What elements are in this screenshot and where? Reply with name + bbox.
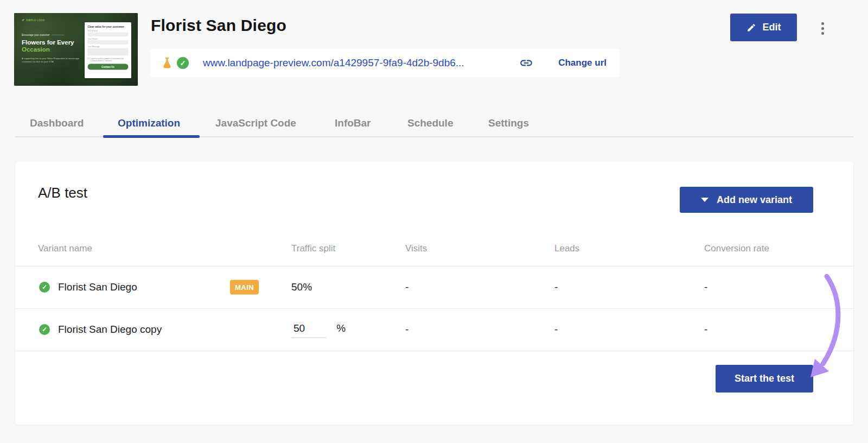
tab-optimization[interactable]: Optimization [118, 117, 180, 129]
thumbnail-email-input [88, 33, 129, 37]
tab-settings[interactable]: Settings [488, 117, 529, 129]
active-tab-indicator [103, 135, 200, 138]
column-header-traffic-split: Traffic split [291, 243, 335, 254]
visits-value: - [405, 281, 409, 293]
leaf-icon [22, 18, 25, 22]
column-header-conversion-rate: Conversion rate [704, 243, 769, 254]
thumbnail-field-label-phone: Your Phone [88, 38, 129, 40]
thumbnail-logo-text: SIMPLE LOGO [26, 18, 45, 21]
landing-page-thumbnail[interactable]: SIMPLE LOGO Encourage your customer Flow… [14, 13, 138, 86]
ab-test-title: A/B test [38, 185, 87, 201]
tab-javascript-code[interactable]: JavaScript Code [215, 117, 296, 129]
add-new-variant-label: Add new variant [717, 194, 792, 206]
conversion-rate-value: - [704, 281, 707, 293]
thumbnail-contact-us-button: Contact Us [88, 64, 129, 70]
thumbnail-field-label-message: Your Message [88, 46, 129, 48]
ab-test-card: A/B test Add new variant Variant name Tr… [15, 162, 853, 425]
conversion-rate-value: - [704, 324, 707, 336]
thumbnail-consent-text: I agree to receive commercial informatio… [91, 58, 129, 62]
thumbnail-headline-1: Flowers for Every [22, 39, 74, 46]
visits-value: - [405, 324, 409, 336]
thumbnail-logo: SIMPLE LOGO [22, 18, 45, 22]
variant-name-cell: ✓ Florist San Diego [39, 281, 137, 293]
more-options-menu[interactable] [816, 20, 828, 36]
column-header-visits: Visits [405, 243, 427, 254]
add-new-variant-button[interactable]: Add new variant [680, 187, 813, 213]
row-divider [15, 351, 853, 351]
chevron-down-icon [701, 198, 709, 202]
variant-name: Florist San Diego copy [58, 324, 162, 336]
table-row-copy-variant: ✓ Florist San Diego copy % - - - [15, 308, 853, 350]
variant-name-cell: ✓ Florist San Diego copy [39, 324, 162, 336]
traffic-split-value: 50% [291, 281, 312, 293]
edit-button[interactable]: Edit [730, 14, 797, 41]
page-title: Florist San Diego [151, 16, 286, 35]
thumbnail-preview: SIMPLE LOGO Encourage your customer Flow… [14, 13, 138, 86]
traffic-split-cell: % [291, 321, 346, 338]
thumbnail-form: Clear value for your customer Your E-mai… [85, 22, 131, 78]
thumbnail-consent-checkbox [88, 58, 90, 59]
variant-name: Florist San Diego [58, 281, 137, 293]
variant-active-check-icon: ✓ [39, 324, 50, 335]
page: SIMPLE LOGO Encourage your customer Flow… [0, 0, 868, 443]
leads-value: - [554, 324, 558, 336]
url-bar: ✓ www.landpage-preview.com/a1429957-9fa9… [151, 49, 620, 77]
traffic-split-input[interactable] [291, 321, 326, 338]
change-url-link[interactable]: Change url [558, 58, 607, 68]
thumbnail-form-title: Clear value for your customer [88, 26, 129, 29]
ab-test-flask-icon [161, 56, 174, 69]
pencil-icon [746, 23, 756, 33]
edit-button-label: Edit [763, 22, 781, 33]
leads-value: - [554, 281, 558, 293]
start-the-test-button[interactable]: Start the test [716, 365, 813, 393]
thumbnail-headline-2: Occasion [22, 46, 50, 54]
thumbnail-eyebrow: Encourage your customer [22, 34, 65, 36]
tab-schedule[interactable]: Schedule [407, 117, 453, 129]
tab-dashboard[interactable]: Dashboard [30, 117, 84, 129]
table-row-main-variant: ✓ Florist San Diego MAIN 50% - - - [15, 266, 853, 308]
column-header-variant-name: Variant name [38, 243, 92, 254]
eyebrow-dash [52, 35, 65, 35]
thumbnail-phone-input [88, 40, 129, 45]
main-variant-badge: MAIN [230, 280, 259, 294]
variant-active-check-icon: ✓ [39, 282, 50, 293]
thumbnail-eyebrow-text: Encourage your customer [22, 34, 50, 36]
thumbnail-field-label-email: Your E-mail [88, 30, 129, 32]
percent-suffix: % [336, 322, 346, 333]
tab-infobar[interactable]: InfoBar [335, 117, 371, 129]
thumbnail-message-textarea [88, 48, 129, 56]
thumbnail-supporting-text: A supporting line to your Value Proposit… [22, 56, 86, 64]
preview-url-link[interactable]: www.landpage-preview.com/a1429957-9fa9-4… [203, 57, 464, 69]
url-verified-check-icon: ✓ [177, 57, 189, 69]
thumbnail-consent: I agree to receive commercial informatio… [88, 58, 129, 62]
copy-link-icon[interactable] [519, 56, 533, 70]
column-header-leads: Leads [554, 243, 579, 254]
